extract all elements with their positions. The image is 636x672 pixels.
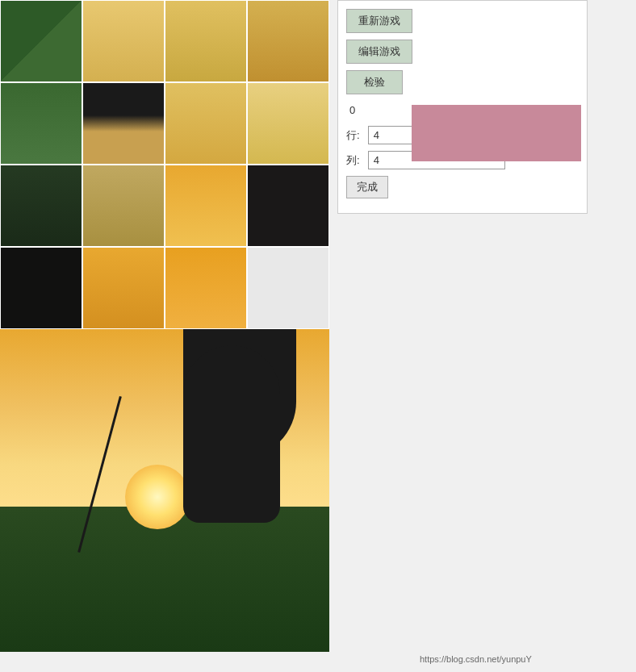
done-button[interactable]: 完成 — [346, 176, 388, 198]
restart-row: 重新游戏 — [346, 9, 579, 33]
puzzle-grid — [0, 0, 329, 329]
edit-button[interactable]: 编辑游戏 — [346, 40, 412, 64]
col-label: 列: — [346, 153, 360, 168]
puzzle-cell-3-3[interactable] — [247, 247, 329, 329]
preview-body-silhouette — [183, 345, 280, 523]
puzzle-cell-3-2[interactable] — [165, 247, 247, 329]
puzzle-cell-2-1[interactable] — [82, 165, 165, 247]
url-text: https://blog.csdn.net/yunpuY — [420, 654, 532, 664]
done-row: 完成 — [346, 176, 579, 198]
puzzle-cell-0-2[interactable] — [165, 0, 247, 82]
puzzle-cell-3-0[interactable] — [0, 247, 82, 329]
puzzle-cell-0-1[interactable] — [82, 0, 165, 82]
puzzle-cell-1-3[interactable] — [247, 82, 329, 165]
preview-background — [0, 329, 329, 652]
puzzle-cell-1-2[interactable] — [165, 82, 247, 165]
puzzle-cell-2-0[interactable] — [0, 165, 82, 247]
puzzle-cell-3-1[interactable] — [82, 247, 165, 329]
puzzle-cell-0-0[interactable] — [0, 0, 82, 82]
verify-row: 检验 — [346, 70, 579, 94]
preview-ground — [0, 507, 329, 652]
puzzle-cell-1-0[interactable] — [0, 82, 82, 165]
puzzle-area — [0, 0, 329, 329]
preview-area — [0, 329, 329, 652]
puzzle-cell-2-3[interactable] — [247, 165, 329, 247]
restart-button[interactable]: 重新游戏 — [346, 9, 412, 33]
verify-button[interactable]: 检验 — [346, 70, 403, 94]
preview-sun — [125, 465, 190, 529]
puzzle-cell-1-1[interactable] — [82, 82, 165, 165]
url-bar: https://blog.csdn.net/yunpuY — [420, 654, 532, 664]
color-block — [412, 105, 581, 161]
puzzle-cell-0-3[interactable] — [247, 0, 329, 82]
row-label: 行: — [346, 128, 360, 143]
edit-row: 编辑游戏 — [346, 40, 579, 64]
moves-count: 0 — [346, 101, 358, 119]
puzzle-cell-2-2[interactable] — [165, 165, 247, 247]
